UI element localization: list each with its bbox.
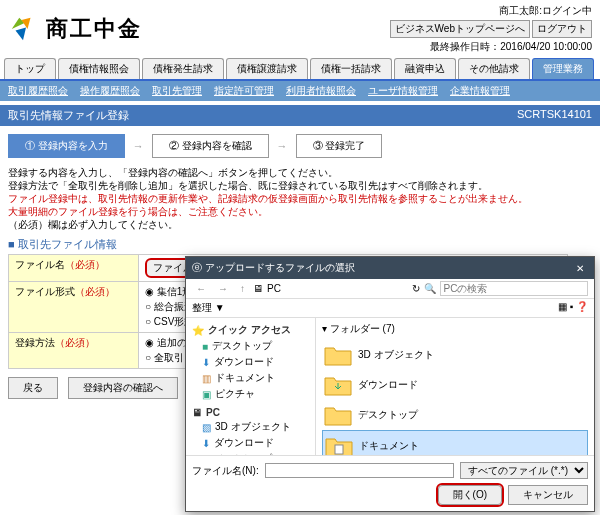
subnav-torihikisaki[interactable]: 取引先管理 (152, 84, 202, 98)
note-warning: ファイル登録中は、取引先情報の更新作業や、記録請求の仮登録画面から取引先情報を参… (8, 192, 592, 205)
sub-nav: 取引履歴照会 操作履歴照会 取引先管理 指定許可管理 利用者情報照会 ユーザ情報… (0, 81, 600, 101)
note-line: 登録する内容を入力し、「登録内容の確認へ」ボタンを押してください。 (8, 166, 592, 179)
view-icons[interactable]: ▦ ▪ ❓ (558, 301, 588, 315)
note-line: （必須）欄は必ず入力してください。 (8, 218, 592, 231)
step-indicator: ① 登録内容を入力 → ② 登録内容を確認 → ③ 登録完了 (0, 126, 600, 166)
folder-tree: ⭐ クイック アクセス ■ デスクトップ ⬇ ダウンロード ▥ ドキュメント ▣… (186, 318, 316, 455)
nav-up-icon[interactable]: ↑ (236, 283, 249, 294)
tab-saiken-info[interactable]: 債権情報照会 (58, 58, 140, 79)
grid-header: ▾ フォルダー (7) (322, 322, 588, 340)
dialog-footer: ファイル名(N): すべてのファイル (*.*) (186, 456, 594, 485)
tree-desktop[interactable]: ■ デスクトップ (190, 338, 311, 354)
header-right: 商工太郎:ログイン中 ビジネスWebトップページへ ログアウト 最終操作日時：2… (390, 4, 592, 54)
subnav-torihiki-rireki[interactable]: 取引履歴照会 (8, 84, 68, 98)
page-title: 取引先情報ファイル登録 (8, 108, 129, 123)
brand-name: 商工中金 (46, 14, 142, 44)
subnav-sousa-rireki[interactable]: 操作履歴照会 (80, 84, 140, 98)
tree-pc-dl[interactable]: ⬇ ダウンロード (190, 435, 311, 451)
folder-downloads[interactable]: ダウンロード (322, 370, 588, 400)
tree-pc[interactable]: 🖥 PC (190, 406, 311, 419)
tree-pictures[interactable]: ▣ ピクチャ (190, 386, 311, 402)
tab-hassei[interactable]: 債権発生請求 (142, 58, 224, 79)
top-page-button[interactable]: ビジネスWebトップページへ (390, 20, 530, 38)
tree-pc-desktop[interactable]: ■ デスクトップ (190, 451, 311, 455)
subnav-shitei-kyoka[interactable]: 指定許可管理 (214, 84, 274, 98)
tree-downloads[interactable]: ⬇ ダウンロード (190, 354, 311, 370)
subnav-riyousha[interactable]: 利用者情報照会 (286, 84, 356, 98)
open-button[interactable]: 開く(O) (438, 485, 502, 505)
file-label-cell: ファイル名（必須） (9, 255, 139, 282)
subnav-kigyou[interactable]: 企業情報管理 (450, 84, 510, 98)
folder-documents[interactable]: ドキュメント (322, 430, 588, 456)
dialog-body: ⭐ クイック アクセス ■ デスクトップ ⬇ ダウンロード ▥ ドキュメント ▣… (186, 318, 594, 456)
nav-back-icon[interactable]: ← (192, 283, 210, 294)
pc-icon: 🖥 (253, 283, 263, 294)
tab-kanri[interactable]: 管理業務 (532, 58, 594, 79)
path-display[interactable]: PC (267, 283, 408, 294)
back-button[interactable]: 戻る (8, 377, 58, 399)
dialog-nav: ← → ↑ 🖥 PC ↻ 🔍 (186, 279, 594, 299)
last-operation: 最終操作日時：2016/04/20 10:00:00 (390, 40, 592, 54)
section-header: ■ 取引先ファイル情報 (0, 231, 600, 254)
folder-desktop[interactable]: デスクトップ (322, 400, 588, 430)
nav-fwd-icon[interactable]: → (214, 283, 232, 294)
filename-label: ファイル名(N): (192, 464, 259, 478)
tree-quick-access[interactable]: ⭐ クイック アクセス (190, 322, 311, 338)
tab-ikkatsu[interactable]: 債権一括請求 (310, 58, 392, 79)
filetype-select[interactable]: すべてのファイル (*.*) (460, 462, 588, 479)
folder-icon (324, 404, 352, 426)
note-line: 登録方法で「全取引先を削除し追加」を選択した場合、既に登録されている取引先はすべ… (8, 179, 592, 192)
step-2: ② 登録内容を確認 (152, 134, 269, 158)
header: 商工中金 商工太郎:ログイン中 ビジネスWebトップページへ ログアウト 最終操… (0, 0, 600, 58)
close-icon[interactable]: ✕ (572, 263, 588, 274)
tree-documents[interactable]: ▥ ドキュメント (190, 370, 311, 386)
tab-other[interactable]: その他請求 (458, 58, 530, 79)
folder-grid: ▾ フォルダー (7) 3D オブジェクト ダウンロード デスクトップ ドキュメ… (316, 318, 594, 455)
method-label-cell: 登録方法（必須） (9, 333, 139, 369)
subnav-user-info[interactable]: ユーザ情報管理 (368, 84, 438, 98)
dialog-buttons: 開く(O) キャンセル (186, 485, 594, 511)
step-1: ① 登録内容を入力 (8, 134, 125, 158)
tab-top[interactable]: トップ (4, 58, 56, 79)
page-titlebar: 取引先情報ファイル登録 SCRTSK14101 (0, 105, 600, 126)
brand-logo (8, 14, 38, 44)
tree-3d[interactable]: ▧ 3D オブジェクト (190, 419, 311, 435)
file-dialog: ⓔ アップロードするファイルの選択 ✕ ← → ↑ 🖥 PC ↻ 🔍 整理 ▼ … (185, 256, 595, 512)
folder-3d[interactable]: 3D オブジェクト (322, 340, 588, 370)
confirm-button[interactable]: 登録内容の確認へ (68, 377, 178, 399)
tab-jouto[interactable]: 債権譲渡請求 (226, 58, 308, 79)
dialog-titlebar: ⓔ アップロードするファイルの選択 ✕ (186, 257, 594, 279)
organize-menu[interactable]: 整理 ▼ (192, 301, 225, 315)
svg-rect-0 (335, 445, 343, 454)
cancel-button[interactable]: キャンセル (508, 485, 588, 505)
folder-icon (324, 344, 352, 366)
tab-yuushi[interactable]: 融資申込 (394, 58, 456, 79)
folder-icon (325, 435, 353, 456)
filename-input[interactable] (265, 463, 454, 478)
login-status: 商工太郎:ログイン中 (390, 4, 592, 18)
arrow-icon: → (133, 140, 144, 152)
step-3: ③ 登録完了 (296, 134, 383, 158)
note-warning: 大量明細のファイル登録を行う場合は、ご注意ください。 (8, 205, 592, 218)
page-code: SCRTSK14101 (517, 108, 592, 123)
main-tabs: トップ 債権情報照会 債権発生請求 債権譲渡請求 債権一括請求 融資申込 その他… (0, 58, 600, 81)
ie-icon: ⓔ (192, 261, 202, 275)
search-icon: 🔍 (424, 283, 436, 294)
search-input[interactable] (440, 281, 589, 296)
folder-icon (324, 374, 352, 396)
dialog-toolbar: 整理 ▼ ▦ ▪ ❓ (186, 299, 594, 318)
refresh-icon[interactable]: ↻ (412, 283, 420, 294)
logout-button[interactable]: ログアウト (532, 20, 592, 38)
format-label-cell: ファイル形式（必須） (9, 282, 139, 333)
arrow-icon: → (277, 140, 288, 152)
dialog-title: アップロードするファイルの選択 (205, 261, 355, 275)
instructions: 登録する内容を入力し、「登録内容の確認へ」ボタンを押してください。 登録方法で「… (0, 166, 600, 231)
